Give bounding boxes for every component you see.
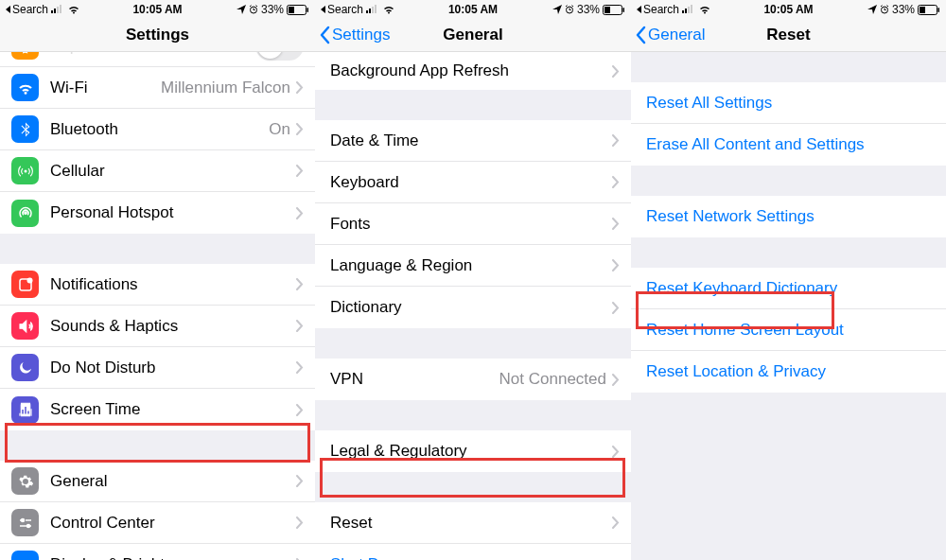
row-display[interactable]: AA Display & Brightness	[0, 544, 315, 560]
row-sounds[interactable]: Sounds & Haptics	[0, 306, 315, 347]
svg-rect-34	[372, 7, 374, 13]
status-time: 10:05 AM	[448, 3, 498, 16]
cell-signal-icon	[682, 5, 695, 14]
row-label: Reset All Settings	[646, 94, 935, 113]
row-label: VPN	[330, 370, 499, 389]
nav-back-button[interactable]: Settings	[315, 26, 390, 44]
row-label: Airplane Mode	[50, 52, 255, 56]
row-label: Control Center	[50, 514, 296, 533]
location-icon	[552, 5, 562, 14]
general-icon	[11, 467, 39, 495]
row-bgrefresh[interactable]: Background App Refresh	[315, 52, 631, 90]
status-bar: Search 10:05 AM 33%	[0, 0, 315, 19]
chevron-right-icon	[612, 65, 620, 78]
svg-rect-19	[27, 411, 29, 414]
chevron-right-icon	[296, 361, 304, 374]
row-label: Do Not Disturb	[50, 359, 296, 377]
row-keyboard[interactable]: Keyboard	[315, 162, 631, 203]
chevron-right-icon	[296, 475, 304, 487]
svg-line-39	[566, 6, 568, 8]
row-reset-keyboard[interactable]: Reset Keyboard Dictionary	[631, 268, 946, 309]
row-erase-all[interactable]: Erase All Content and Settings	[631, 124, 946, 166]
svg-rect-17	[22, 410, 24, 414]
chevron-right-icon	[612, 374, 620, 386]
battery-icon	[603, 5, 625, 15]
alarm-icon	[880, 5, 889, 14]
row-hotspot[interactable]: Personal Hotspot	[0, 192, 315, 234]
chevron-right-icon	[296, 278, 304, 290]
row-value: Millennium Falcon	[161, 79, 290, 97]
row-reset[interactable]: Reset	[315, 502, 631, 544]
svg-line-52	[886, 6, 888, 8]
wifi-icon	[698, 5, 711, 14]
row-dictionary[interactable]: Dictionary	[315, 287, 631, 328]
chevron-right-icon	[612, 134, 620, 147]
svg-point-20	[21, 518, 24, 521]
row-controlcenter[interactable]: Control Center	[0, 502, 315, 544]
nav-bar: General Reset	[631, 19, 946, 52]
location-icon	[867, 5, 877, 14]
back-to-search[interactable]: Search	[6, 3, 48, 16]
alarm-icon	[249, 5, 258, 14]
svg-rect-10	[289, 7, 294, 13]
row-screentime[interactable]: Screen Time	[0, 389, 315, 430]
row-fonts[interactable]: Fonts	[315, 203, 631, 245]
row-legal[interactable]: Legal & Regulatory	[315, 430, 631, 472]
wifi-icon	[67, 5, 80, 14]
screentime-icon	[11, 396, 39, 424]
chevron-right-icon	[612, 446, 620, 458]
row-label: Keyboard	[330, 173, 612, 192]
status-time: 10:05 AM	[132, 3, 182, 16]
row-label: Screen Time	[50, 400, 296, 419]
row-cellular[interactable]: Cellular	[0, 150, 315, 192]
svg-rect-2	[57, 7, 59, 13]
svg-rect-47	[691, 5, 692, 13]
row-language[interactable]: Language & Region	[315, 245, 631, 287]
svg-point-23	[26, 524, 29, 527]
svg-rect-1	[54, 9, 56, 13]
back-to-search[interactable]: Search	[637, 3, 679, 16]
row-label: Date & Time	[330, 131, 612, 150]
back-to-search[interactable]: Search	[321, 3, 363, 16]
svg-rect-44	[682, 10, 684, 13]
row-label: Bluetooth	[50, 120, 269, 139]
nav-back-button[interactable]: General	[631, 26, 705, 44]
wifi-icon	[382, 5, 395, 14]
row-reset-network[interactable]: Reset Network Settings	[631, 196, 946, 237]
row-reset-location[interactable]: Reset Location & Privacy	[631, 351, 946, 393]
row-datetime[interactable]: Date & Time	[315, 120, 631, 162]
nav-bar: Settings	[0, 19, 315, 52]
row-shutdown[interactable]: Shut Down	[315, 544, 631, 560]
row-label: Reset	[330, 514, 612, 533]
row-label: Erase All Content and Settings	[646, 135, 935, 154]
battery-icon	[918, 5, 940, 15]
row-bluetooth[interactable]: Bluetooth On	[0, 109, 315, 150]
svg-rect-3	[60, 5, 61, 13]
row-airplane[interactable]: Airplane Mode	[0, 52, 315, 67]
svg-rect-11	[307, 8, 309, 12]
svg-rect-33	[369, 9, 371, 13]
row-label: Cellular	[50, 162, 296, 181]
chevron-right-icon	[296, 81, 304, 94]
svg-rect-54	[920, 7, 925, 13]
svg-rect-46	[688, 7, 690, 13]
svg-rect-42	[604, 7, 610, 13]
row-vpn[interactable]: VPN Not Connected	[315, 359, 631, 400]
row-general[interactable]: General	[0, 461, 315, 502]
row-dnd[interactable]: Do Not Disturb	[0, 347, 315, 389]
row-label: Language & Region	[330, 256, 612, 275]
chevron-right-icon	[296, 207, 304, 219]
airplane-switch[interactable]	[255, 52, 304, 61]
status-time: 10:05 AM	[763, 3, 813, 16]
row-label: Fonts	[330, 215, 612, 234]
row-label: Reset Network Settings	[646, 207, 935, 226]
row-notifications[interactable]: Notifications	[0, 264, 315, 306]
row-label: Wi-Fi	[50, 79, 161, 97]
dnd-icon	[11, 354, 39, 381]
row-label: Reset Keyboard Dictionary	[646, 279, 935, 298]
alarm-icon	[565, 5, 574, 14]
row-reset-homescreen[interactable]: Reset Home Screen Layout	[631, 309, 946, 351]
row-reset-all[interactable]: Reset All Settings	[631, 82, 946, 124]
row-wifi[interactable]: Wi-Fi Millennium Falcon	[0, 67, 315, 109]
cellular-icon	[11, 157, 39, 184]
